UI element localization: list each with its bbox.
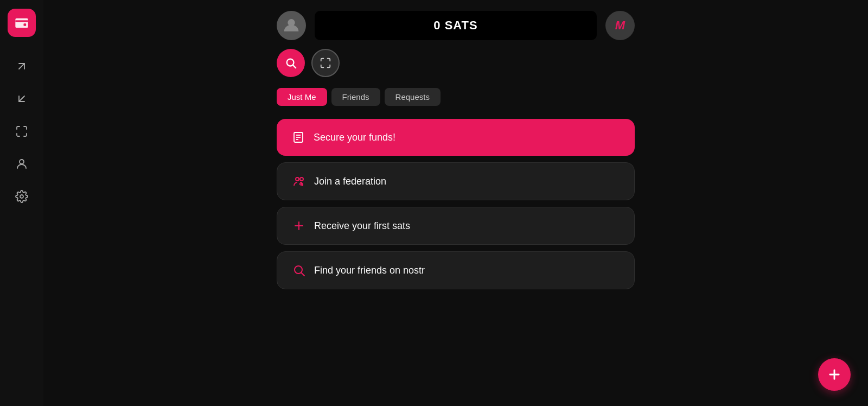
find-friends-label: Find your friends on nostr — [314, 265, 425, 276]
sidebar — [0, 0, 43, 406]
tab-just-me[interactable]: Just Me — [277, 88, 327, 106]
secure-funds-card[interactable]: Secure your funds! — [277, 119, 635, 156]
tab-requests[interactable]: Requests — [385, 88, 441, 106]
secure-funds-label: Secure your funds! — [314, 132, 395, 143]
receive-sats-label: Receive your first sats — [314, 220, 410, 232]
shield-icon — [292, 131, 305, 144]
action-icons-row — [277, 49, 635, 77]
svg-line-9 — [293, 65, 296, 68]
tab-just-me-label: Just Me — [288, 92, 316, 101]
tabs-row: Just Me Friends Requests — [277, 88, 635, 106]
svg-line-3 — [19, 64, 24, 69]
fab-button[interactable] — [818, 358, 851, 391]
svg-point-5 — [20, 160, 24, 164]
balance-value: 0 SATS — [433, 18, 477, 32]
scan-icon[interactable] — [8, 117, 36, 145]
svg-point-15 — [300, 177, 303, 181]
svg-point-6 — [20, 195, 23, 198]
search-button[interactable] — [277, 49, 305, 77]
receive-icon[interactable] — [8, 85, 36, 113]
tab-requests-label: Requests — [395, 92, 430, 101]
tab-friends[interactable]: Friends — [331, 88, 380, 106]
tab-friends-label: Friends — [342, 92, 369, 101]
main-content: 0 SATS M Just Me Friends — [43, 0, 868, 406]
plus-circle-icon — [292, 219, 305, 232]
search-nostr-icon — [292, 264, 305, 277]
svg-point-14 — [296, 177, 299, 181]
find-friends-card[interactable]: Find your friends on nostr — [277, 251, 635, 289]
balance-display: 0 SATS — [315, 11, 597, 40]
cards-container: Secure your funds! Join a federation — [277, 119, 635, 289]
svg-line-4 — [19, 96, 24, 101]
join-federation-label: Join a federation — [314, 176, 386, 187]
header-row: 0 SATS M — [277, 11, 635, 40]
profile-icon[interactable] — [8, 150, 36, 178]
join-federation-card[interactable]: Join a federation — [277, 162, 635, 200]
settings-icon[interactable] — [8, 182, 36, 211]
svg-rect-2 — [24, 23, 27, 26]
user-avatar[interactable] — [277, 11, 306, 40]
receive-sats-card[interactable]: Receive your first sats — [277, 207, 635, 245]
profile-avatar[interactable]: M — [605, 11, 635, 40]
svg-rect-1 — [15, 20, 28, 22]
scan-qr-button[interactable] — [311, 49, 340, 77]
wallet-logo[interactable] — [8, 9, 36, 37]
profile-initial: M — [615, 18, 625, 33]
svg-rect-0 — [15, 18, 28, 28]
group-icon — [292, 175, 305, 188]
svg-line-21 — [302, 273, 305, 276]
send-icon[interactable] — [8, 52, 36, 80]
